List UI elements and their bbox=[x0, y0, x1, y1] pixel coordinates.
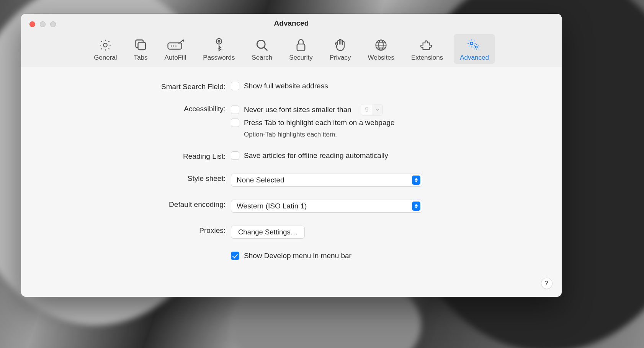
save-offline-label: Save articles for offline reading automa… bbox=[244, 151, 388, 160]
preferences-toolbar: General Tabs AutoFill Passwords bbox=[21, 34, 562, 64]
min-font-stepper[interactable]: 9 bbox=[361, 104, 383, 115]
svg-point-3 bbox=[171, 46, 172, 47]
show-develop-label: Show Develop menu in menu bar bbox=[244, 252, 351, 260]
chevron-down-icon[interactable] bbox=[373, 104, 382, 115]
tab-general[interactable]: General bbox=[88, 34, 123, 64]
advanced-pane: Smart Search Field: Show full website ad… bbox=[21, 67, 562, 260]
reading-list-label: Reading List: bbox=[36, 151, 231, 161]
svg-rect-9 bbox=[297, 44, 305, 51]
preferences-window: Advanced General Tabs AutoFill bbox=[21, 14, 562, 297]
default-encoding-value: Western (ISO Latin 1) bbox=[237, 202, 307, 210]
tab-autofill[interactable]: AutoFill bbox=[159, 34, 193, 64]
tab-privacy[interactable]: Privacy bbox=[324, 34, 357, 64]
show-full-address-checkbox[interactable] bbox=[231, 82, 239, 90]
tab-security[interactable]: Security bbox=[283, 34, 319, 64]
svg-rect-2 bbox=[168, 43, 181, 49]
tab-tabs[interactable]: Tabs bbox=[128, 34, 154, 64]
proxies-label: Proxies: bbox=[36, 226, 231, 235]
default-encoding-label: Default encoding: bbox=[36, 200, 231, 209]
min-font-checkbox[interactable] bbox=[231, 106, 239, 114]
svg-point-12 bbox=[470, 42, 473, 45]
select-handle-icon bbox=[412, 176, 420, 185]
smart-search-label: Smart Search Field: bbox=[36, 82, 231, 91]
tab-passwords[interactable]: Passwords bbox=[197, 34, 241, 64]
min-font-label: Never use font sizes smaller than bbox=[244, 106, 351, 114]
change-settings-label: Change Settings… bbox=[238, 228, 297, 236]
tab-label: Privacy bbox=[330, 54, 351, 62]
svg-point-4 bbox=[173, 46, 174, 47]
svg-point-0 bbox=[104, 43, 108, 47]
tab-label: Extensions bbox=[411, 54, 443, 62]
select-handle-icon bbox=[412, 202, 420, 211]
autofill-icon bbox=[166, 37, 185, 53]
change-settings-button[interactable]: Change Settings… bbox=[231, 226, 305, 239]
search-icon bbox=[255, 37, 269, 53]
style-sheet-label: Style sheet: bbox=[36, 174, 231, 183]
hand-icon bbox=[334, 37, 347, 53]
gear-icon bbox=[98, 37, 112, 53]
tab-label: AutoFill bbox=[165, 54, 186, 62]
puzzle-icon bbox=[420, 37, 435, 53]
tab-extensions[interactable]: Extensions bbox=[405, 34, 449, 64]
tab-label: Search bbox=[252, 54, 272, 62]
svg-point-6 bbox=[216, 39, 222, 44]
tabs-icon bbox=[134, 37, 148, 53]
accessibility-label: Accessibility: bbox=[36, 104, 231, 113]
press-tab-label: Press Tab to highlight each item on a we… bbox=[244, 119, 395, 127]
tab-label: Advanced bbox=[460, 54, 489, 62]
key-icon bbox=[213, 37, 225, 53]
style-sheet-select[interactable]: None Selected bbox=[231, 174, 422, 187]
svg-rect-1 bbox=[138, 42, 145, 50]
default-encoding-select[interactable]: Western (ISO Latin 1) bbox=[231, 200, 422, 213]
tab-label: Security bbox=[289, 54, 312, 62]
tab-search[interactable]: Search bbox=[245, 34, 278, 64]
svg-point-7 bbox=[218, 41, 220, 42]
press-tab-checkbox[interactable] bbox=[231, 119, 239, 127]
style-sheet-value: None Selected bbox=[237, 176, 284, 184]
window-title: Advanced bbox=[21, 19, 562, 28]
tab-advanced[interactable]: Advanced bbox=[454, 34, 495, 64]
min-font-value: 9 bbox=[361, 106, 373, 114]
tab-label: Passwords bbox=[203, 54, 235, 62]
help-glyph: ? bbox=[545, 280, 549, 287]
save-offline-checkbox[interactable] bbox=[231, 151, 239, 160]
help-button[interactable]: ? bbox=[541, 278, 552, 289]
svg-point-13 bbox=[476, 46, 477, 48]
show-develop-checkbox[interactable] bbox=[231, 252, 239, 260]
tab-websites[interactable]: Websites bbox=[361, 34, 400, 64]
svg-point-5 bbox=[175, 46, 177, 47]
option-tab-hint: Option-Tab highlights each item. bbox=[244, 131, 546, 138]
tab-label: Websites bbox=[368, 54, 394, 62]
lock-icon bbox=[295, 37, 307, 53]
double-gear-icon bbox=[466, 37, 483, 53]
show-full-address-label: Show full website address bbox=[244, 82, 328, 90]
titlebar: Advanced General Tabs AutoFill bbox=[21, 14, 562, 67]
globe-icon bbox=[374, 37, 388, 53]
tab-label: Tabs bbox=[134, 54, 148, 62]
tab-label: General bbox=[94, 54, 117, 62]
